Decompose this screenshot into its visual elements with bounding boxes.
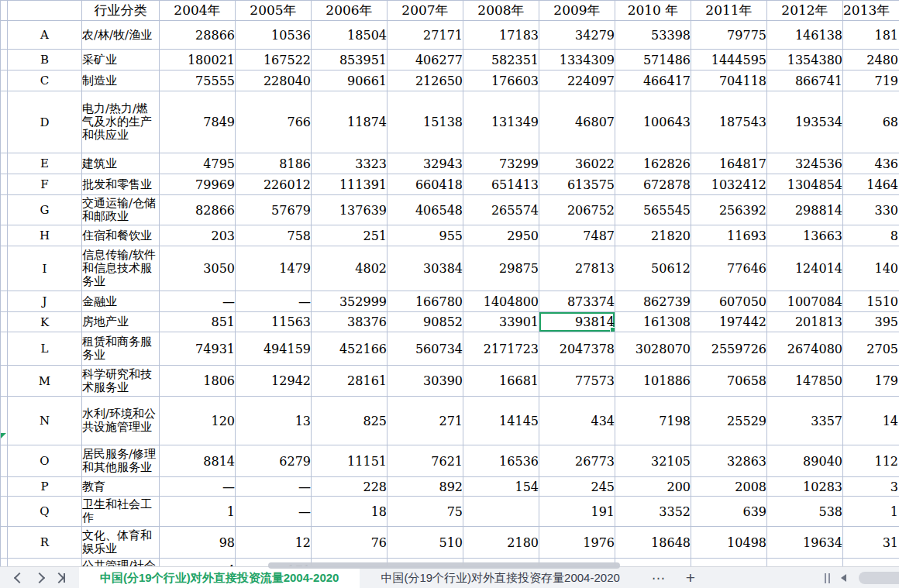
value-cell[interactable]: 256392 <box>691 195 767 225</box>
value-cell[interactable]: 1032412 <box>691 174 767 195</box>
value-cell[interactable]: 672878 <box>615 174 691 195</box>
value-cell[interactable]: 395 <box>843 312 899 332</box>
value-cell[interactable]: 197442 <box>691 312 767 332</box>
value-cell[interactable]: 166780 <box>388 291 463 312</box>
value-cell[interactable]: 34279 <box>539 21 615 50</box>
value-cell[interactable]: 8 <box>843 225 899 246</box>
value-cell[interactable]: 11693 <box>691 225 767 246</box>
category-letter-cell[interactable]: B <box>8 50 82 70</box>
year-column-header[interactable]: 2013年 <box>843 1 899 21</box>
value-cell[interactable]: 766 <box>236 91 312 153</box>
value-cell[interactable]: 27171 <box>388 21 463 50</box>
value-cell[interactable]: 651413 <box>463 174 539 195</box>
year-column-header[interactable]: 2006年 <box>312 1 388 21</box>
year-column-header[interactable]: 2009年 <box>539 1 615 21</box>
value-cell[interactable]: 271 <box>388 397 463 445</box>
row-header-strip[interactable] <box>1 445 8 477</box>
value-cell[interactable]: 77573 <box>539 366 615 397</box>
category-letter-cell[interactable]: H <box>8 225 82 246</box>
value-cell[interactable]: 73299 <box>463 153 539 174</box>
value-cell[interactable]: 14 <box>843 397 899 445</box>
row-header-strip[interactable] <box>1 70 8 91</box>
value-cell[interactable]: 245 <box>539 477 615 497</box>
value-cell[interactable]: 46807 <box>539 91 615 153</box>
value-cell[interactable]: 1304854 <box>767 174 843 195</box>
value-cell[interactable]: 7487 <box>539 225 615 246</box>
value-cell[interactable]: 10498 <box>691 527 767 559</box>
value-cell[interactable]: 2950 <box>463 225 539 246</box>
value-cell[interactable]: 137639 <box>312 195 388 225</box>
value-cell[interactable]: 538 <box>767 497 843 527</box>
value-cell[interactable]: 1404800 <box>463 291 539 312</box>
value-cell[interactable]: 452166 <box>312 332 388 366</box>
value-cell[interactable]: 873374 <box>539 291 615 312</box>
industry-name-cell[interactable]: 水利/环境和公共设施管理业 <box>82 397 160 445</box>
value-cell[interactable]: 704118 <box>691 70 767 91</box>
scroll-left-arrow-icon[interactable] <box>841 574 846 582</box>
value-cell[interactable]: 75 <box>388 497 463 527</box>
industry-name-cell[interactable]: 公共管理/社会保障和社会 <box>82 559 160 567</box>
value-cell[interactable]: 324536 <box>767 153 843 174</box>
value-cell[interactable]: 164817 <box>691 153 767 174</box>
value-cell[interactable]: 11563 <box>236 312 312 332</box>
value-cell[interactable]: 12 <box>236 527 312 559</box>
industry-column-header[interactable]: 行业分类 <box>82 1 160 21</box>
value-cell[interactable]: 98 <box>160 527 236 559</box>
next-sheet-button[interactable] <box>29 569 50 586</box>
value-cell[interactable]: 28866 <box>160 21 236 50</box>
value-cell[interactable]: 7621 <box>388 445 463 477</box>
value-cell[interactable]: 228040 <box>236 70 312 91</box>
value-cell[interactable]: 16681 <box>463 366 539 397</box>
value-cell[interactable]: 510 <box>388 527 463 559</box>
industry-name-cell[interactable]: 租赁和商务服务业 <box>82 332 160 366</box>
row-header-strip[interactable] <box>1 91 8 153</box>
value-cell[interactable]: 124014 <box>767 246 843 291</box>
sheet-tab-active[interactable]: 中国(分19个行业)对外直接投资流量2004-2020 <box>79 567 360 588</box>
category-letter-cell[interactable]: E <box>8 153 82 174</box>
value-cell[interactable]: 18504 <box>312 21 388 50</box>
value-cell[interactable]: 32105 <box>615 445 691 477</box>
value-cell[interactable]: 3028070 <box>615 332 691 366</box>
value-cell[interactable]: 167522 <box>236 50 312 70</box>
category-letter-cell[interactable]: A <box>8 21 82 50</box>
value-cell[interactable]: 101886 <box>615 366 691 397</box>
value-cell[interactable]: 2047378 <box>539 332 615 366</box>
value-cell[interactable]: 298814 <box>767 195 843 225</box>
year-column-header[interactable]: 2004年 <box>160 1 236 21</box>
value-cell[interactable]: 10536 <box>236 21 312 50</box>
industry-name-cell[interactable]: 房地产业 <box>82 312 160 332</box>
value-cell[interactable]: 1334309 <box>539 50 615 70</box>
value-cell[interactable]: 3352 <box>615 497 691 527</box>
value-cell[interactable]: 191 <box>539 497 615 527</box>
value-cell[interactable]: 607050 <box>691 291 767 312</box>
value-cell[interactable]: 7198 <box>615 397 691 445</box>
value-cell[interactable]: 11874 <box>312 91 388 153</box>
value-cell[interactable]: 1444595 <box>691 50 767 70</box>
value-cell[interactable]: 13 <box>236 397 312 445</box>
value-cell[interactable]: 16536 <box>463 445 539 477</box>
value-cell[interactable]: 111391 <box>312 174 388 195</box>
value-cell[interactable]: 434 <box>539 397 615 445</box>
prev-sheet-button[interactable] <box>9 569 29 586</box>
value-cell[interactable]: 265574 <box>463 195 539 225</box>
value-cell[interactable]: 1976 <box>539 527 615 559</box>
category-letter-cell[interactable]: N <box>8 397 82 445</box>
add-sheet-button[interactable]: + <box>680 569 701 587</box>
value-cell[interactable]: 1007084 <box>767 291 843 312</box>
row-header-strip[interactable] <box>1 332 8 366</box>
row-header-strip[interactable] <box>1 225 8 246</box>
selected-cell[interactable]: 93814 <box>539 312 615 332</box>
value-cell[interactable]: 180021 <box>160 50 236 70</box>
value-cell[interactable]: 4795 <box>160 153 236 174</box>
value-cell[interactable]: 15138 <box>388 91 463 153</box>
value-cell[interactable]: 203 <box>160 225 236 246</box>
tabbar-scrollbar-thumb[interactable] <box>859 572 899 584</box>
value-cell[interactable]: 112 <box>843 445 899 477</box>
value-cell[interactable]: 212650 <box>388 70 463 91</box>
value-cell[interactable] <box>691 559 767 567</box>
value-cell[interactable]: 27813 <box>539 246 615 291</box>
value-cell[interactable]: 2171723 <box>463 332 539 366</box>
value-cell[interactable]: 76 <box>312 527 388 559</box>
value-cell[interactable]: 1 <box>160 497 236 527</box>
value-cell[interactable]: 79969 <box>160 174 236 195</box>
